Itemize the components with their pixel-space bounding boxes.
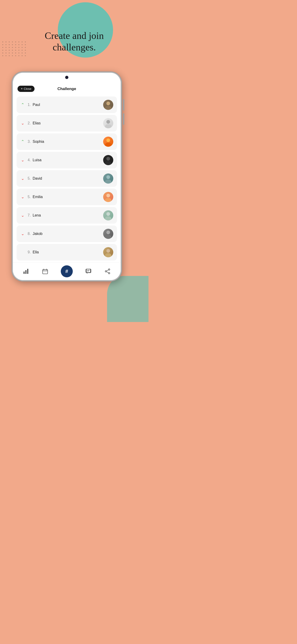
trend-down-icon: ⌄	[20, 213, 25, 218]
trend-up-icon: ⌃	[20, 139, 25, 144]
svg-rect-20	[27, 269, 28, 274]
avatar	[103, 174, 113, 184]
close-x-icon: ✕	[21, 87, 23, 90]
screen-title: Challenge	[57, 86, 76, 91]
avatar	[103, 210, 113, 220]
avatar	[103, 229, 113, 239]
nav-share-icon[interactable]	[104, 268, 111, 274]
rank-name: 2. Elias	[28, 121, 100, 125]
svg-line-34	[106, 272, 108, 273]
table-row[interactable]: ⌄ 7. Lena	[16, 207, 117, 224]
close-button[interactable]: ✕ Close	[18, 86, 34, 92]
table-row[interactable]: ⌄ 4. Luisa	[16, 152, 117, 168]
svg-point-31	[108, 272, 110, 274]
trend-down-icon: ⌄	[20, 121, 25, 126]
svg-point-0	[106, 102, 110, 105]
bottom-nav: #	[13, 262, 121, 280]
trend-down-icon: ⌄	[20, 231, 25, 236]
rank-name: 8. Jakob	[28, 232, 100, 236]
phone-mockup: ✕ Close Challenge ⌃ 1. Paul	[12, 72, 131, 282]
trend-down-icon: ⌄	[20, 176, 25, 181]
svg-point-17	[105, 253, 112, 257]
rank-name: 4. Luisa	[28, 158, 100, 162]
headline: Create and join challenges.	[0, 30, 148, 53]
table-row[interactable]: 9. Ella	[16, 244, 117, 260]
trend-up-icon: ⌃	[20, 102, 25, 107]
screen-header: ✕ Close Challenge	[13, 82, 121, 95]
svg-point-4	[106, 138, 110, 142]
avatar	[103, 118, 113, 128]
svg-rect-27	[86, 269, 90, 272]
svg-point-10	[106, 194, 110, 198]
svg-line-33	[106, 270, 108, 271]
table-row[interactable]: ⌃ 1. Paul	[16, 96, 117, 113]
avatar	[103, 155, 113, 165]
avatar	[103, 247, 113, 257]
svg-point-7	[105, 161, 112, 165]
table-row[interactable]: ⌄ 5. David	[16, 170, 117, 187]
rank-name: 9. Ella	[28, 250, 100, 254]
svg-point-14	[106, 230, 110, 234]
table-row[interactable]: ⌄ 5. Emilia	[16, 189, 117, 205]
leaderboard-list: ⌃ 1. Paul ⌄ 2. Elias	[13, 95, 121, 262]
table-row[interactable]: ⌄ 8. Jakob	[16, 226, 117, 242]
avatar	[103, 192, 113, 202]
svg-point-30	[108, 269, 110, 270]
rank-name: 5. David	[28, 176, 100, 180]
phone-notch	[13, 73, 121, 82]
svg-point-2	[106, 120, 110, 124]
table-row[interactable]: ⌄ 2. Elias	[16, 115, 117, 132]
avatar	[103, 136, 113, 147]
svg-point-1	[105, 106, 112, 110]
svg-point-15	[105, 235, 112, 239]
svg-point-5	[105, 142, 112, 147]
nav-hashtag-button[interactable]: #	[61, 265, 73, 277]
rank-name: 3. Sophia	[28, 140, 100, 144]
svg-point-3	[105, 124, 112, 128]
svg-point-9	[105, 180, 112, 184]
nav-bar-chart-icon[interactable]	[23, 268, 29, 274]
svg-rect-18	[24, 272, 25, 274]
svg-point-13	[105, 216, 112, 220]
svg-point-12	[106, 212, 110, 216]
svg-point-32	[105, 271, 106, 272]
trend-down-icon: ⌄	[20, 158, 25, 162]
hashtag-label: #	[66, 268, 68, 274]
trend-down-icon: ⌄	[20, 194, 25, 200]
table-row[interactable]: ⌃ 3. Sophia	[16, 133, 117, 150]
svg-rect-19	[25, 270, 26, 274]
rank-name: 7. Lena	[28, 213, 100, 218]
nav-calendar-icon[interactable]	[42, 268, 48, 274]
rank-name: 1. Paul	[28, 103, 100, 107]
svg-point-16	[106, 249, 110, 253]
svg-rect-21	[42, 270, 48, 274]
close-label: Close	[24, 87, 31, 90]
svg-point-6	[106, 157, 110, 160]
svg-point-11	[105, 198, 112, 202]
avatar	[103, 100, 113, 110]
nav-chat-icon[interactable]	[85, 268, 92, 274]
phone-side-buttons	[123, 99, 124, 125]
bg-teal-shape	[107, 276, 148, 322]
rank-name: 5. Emilia	[28, 195, 100, 199]
phone-camera	[65, 76, 68, 79]
svg-point-8	[106, 175, 110, 179]
